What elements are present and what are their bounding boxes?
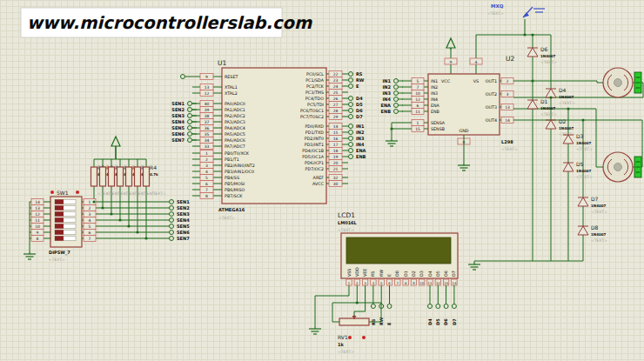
pin[interactable]: 8 bbox=[30, 236, 50, 242]
motor-2-indicator[interactable] bbox=[634, 157, 641, 177]
pin[interactable]: 10 IN3 bbox=[402, 90, 438, 97]
dip-toggle[interactable] bbox=[55, 236, 76, 240]
pin[interactable]: 36 PA4/ADC4 bbox=[192, 125, 245, 131]
diode-d4[interactable]: D4 1N4007 <TEXT> bbox=[546, 87, 575, 105]
dip-toggle[interactable] bbox=[55, 224, 76, 228]
ground-symbol[interactable] bbox=[386, 139, 398, 146]
pin[interactable]: 14 bbox=[30, 199, 50, 205]
pin[interactable]: 12 bbox=[30, 211, 50, 217]
net-terminal[interactable]: D5 bbox=[435, 285, 440, 325]
pin[interactable]: 40 PA0/ADC0 bbox=[192, 101, 245, 107]
diode-d2[interactable]: D2 1N4007 <TEXT> bbox=[546, 118, 575, 137]
net-terminal[interactable]: E bbox=[386, 285, 392, 325]
net-terminal[interactable]: IN1 bbox=[349, 124, 366, 129]
reset-terminal[interactable] bbox=[181, 75, 185, 79]
diode-d6[interactable]: D6 1N4007 <TEXT> bbox=[527, 46, 557, 64]
net-terminal[interactable]: SEN5 bbox=[170, 224, 191, 229]
net-terminal[interactable]: D7 bbox=[349, 114, 364, 119]
pin[interactable]: 11 bbox=[30, 217, 50, 224]
pin[interactable]: 8 PB7/SCK bbox=[192, 193, 243, 199]
power-arrow[interactable] bbox=[111, 137, 120, 159]
net-terminal[interactable]: ENA bbox=[349, 148, 366, 153]
pin[interactable]: 5 bbox=[82, 224, 170, 230]
net-terminal[interactable]: SEN6 bbox=[170, 230, 191, 235]
net-terminal[interactable]: D6 bbox=[349, 108, 364, 113]
power-arrow-u2[interactable] bbox=[446, 38, 455, 50]
net-terminal[interactable]: D6 bbox=[443, 285, 448, 325]
net-terminal[interactable]: IN3 bbox=[349, 136, 366, 141]
pin[interactable]: 32 AREF bbox=[313, 175, 348, 181]
diode-d5[interactable]: D5 1N4007 <TEXT> bbox=[563, 161, 593, 179]
lcd-lcd1[interactable]: LCD1 LM016L <TEXT> VSS 1 VDD 2 VEE 3 RS … bbox=[338, 211, 458, 285]
dip-toggle[interactable] bbox=[55, 205, 76, 210]
lcd-pin[interactable]: RW 5 bbox=[379, 270, 384, 285]
pin[interactable]: 2 bbox=[82, 205, 170, 211]
net-terminal[interactable]: IN4 bbox=[382, 97, 403, 102]
pot-rv1[interactable]: RV1 1k <TEXT> bbox=[338, 315, 369, 354]
pin[interactable]: 1 SENSA bbox=[402, 120, 446, 126]
ground-symbol[interactable] bbox=[458, 164, 470, 170]
net-terminal[interactable]: D4 bbox=[349, 96, 364, 101]
pin[interactable]: 37 PA3/ADC3 bbox=[192, 119, 245, 125]
battery[interactable]: MXQ <TEXT> bbox=[487, 3, 545, 17]
diode-d1[interactable]: D1 1N4007 <TEXT> bbox=[527, 98, 557, 117]
net-terminal[interactable]: D4 bbox=[427, 285, 433, 325]
pin[interactable]: 12 IN4 bbox=[402, 97, 438, 103]
pin[interactable]: 11 ENB bbox=[402, 109, 439, 115]
dip-toggle[interactable] bbox=[55, 199, 76, 204]
pin[interactable]: 2 PB1/T1 bbox=[192, 157, 239, 163]
diode-d8[interactable]: D8 1N4007 <TEXT> bbox=[578, 224, 607, 243]
net-terminal[interactable]: SEN2 bbox=[170, 205, 191, 211]
net-terminal[interactable]: D5 bbox=[349, 102, 364, 107]
mcu-u1[interactable]: U1 9 RESET 13 XTAL1 12 XTAL2 40 PA0/ADC0 bbox=[192, 59, 348, 220]
pin[interactable]: 3 bbox=[82, 211, 170, 217]
ground-symbol[interactable] bbox=[468, 263, 480, 270]
pin[interactable]: 12 XTAL2 bbox=[192, 90, 238, 97]
pin[interactable]: 1 PB0/T0/XCK bbox=[192, 150, 250, 157]
net-terminal[interactable]: IN3 bbox=[382, 90, 403, 96]
net-terminal[interactable]: RS bbox=[371, 285, 376, 325]
net-terminal[interactable]: SEN7 bbox=[170, 236, 191, 241]
net-terminal[interactable]: RW bbox=[349, 77, 365, 83]
net-terminal[interactable]: IN2 bbox=[382, 84, 403, 90]
net-terminal[interactable]: SEN1 bbox=[170, 199, 191, 204]
net-terminal[interactable]: SEN4 bbox=[170, 217, 191, 223]
net-terminal[interactable]: ENB bbox=[349, 154, 366, 159]
pin[interactable]: 6 PB5/MOSI bbox=[192, 181, 245, 187]
dip-toggle[interactable] bbox=[55, 211, 76, 216]
pin[interactable]: 13 bbox=[30, 205, 50, 211]
pin[interactable]: 27 PC5/TDI bbox=[307, 102, 348, 108]
net-terminal[interactable]: RS bbox=[349, 71, 363, 77]
motor-1-indicator[interactable] bbox=[634, 72, 641, 93]
pin[interactable]: 24 PC2/TCK bbox=[306, 84, 348, 90]
lcd-pin[interactable]: E 6 bbox=[386, 274, 392, 285]
dip-toggle[interactable] bbox=[55, 230, 76, 234]
net-terminal[interactable]: SEN3 bbox=[170, 211, 191, 217]
pin[interactable]: 5 PB4/SS bbox=[192, 175, 239, 181]
lcd-pin[interactable]: VDD 2 bbox=[354, 267, 359, 285]
net-terminal[interactable]: ENA bbox=[381, 103, 403, 108]
lcd-pin[interactable]: VEE 3 bbox=[362, 269, 367, 285]
pin[interactable]: 22 PC0/SCL bbox=[306, 71, 348, 77]
dip-toggle[interactable] bbox=[55, 217, 76, 222]
pin[interactable]: 13 XTAL1 bbox=[192, 84, 238, 90]
pin[interactable]: 38 PA2/ADC2 bbox=[192, 113, 245, 119]
pin[interactable]: 5 IN1 bbox=[402, 78, 438, 84]
pin[interactable]: 33 PA7/ADC7 bbox=[192, 144, 245, 150]
lcd-pin[interactable]: VSS 1 bbox=[346, 269, 352, 285]
net-terminal[interactable]: E bbox=[349, 84, 360, 89]
net-terminal[interactable]: IN1 bbox=[382, 78, 403, 84]
driver-u2[interactable]: U2 5 IN1 7 IN2 10 IN3 12 IN4 6 ENA bbox=[402, 55, 518, 151]
diode-d7[interactable]: D7 1N4007 <TEXT> bbox=[578, 196, 607, 214]
pin[interactable]: 35 PA5/ADC5 bbox=[192, 131, 245, 137]
ground-symbol[interactable] bbox=[23, 252, 36, 259]
pin[interactable]: 4 bbox=[82, 217, 170, 224]
net-terminal[interactable]: IN2 bbox=[349, 130, 366, 135]
pin[interactable]: 9 RESET bbox=[192, 74, 238, 80]
pin[interactable]: 9 bbox=[30, 230, 50, 236]
pin[interactable]: 34 PA6/ADC6 bbox=[192, 137, 245, 144]
dip-switch-sw1[interactable]: SW1 14 bbox=[30, 190, 170, 262]
pin[interactable]: 15 SENSB bbox=[402, 126, 445, 132]
pin[interactable]: 6 ENA bbox=[402, 103, 440, 109]
pin[interactable]: 30 AVCC bbox=[312, 181, 348, 187]
